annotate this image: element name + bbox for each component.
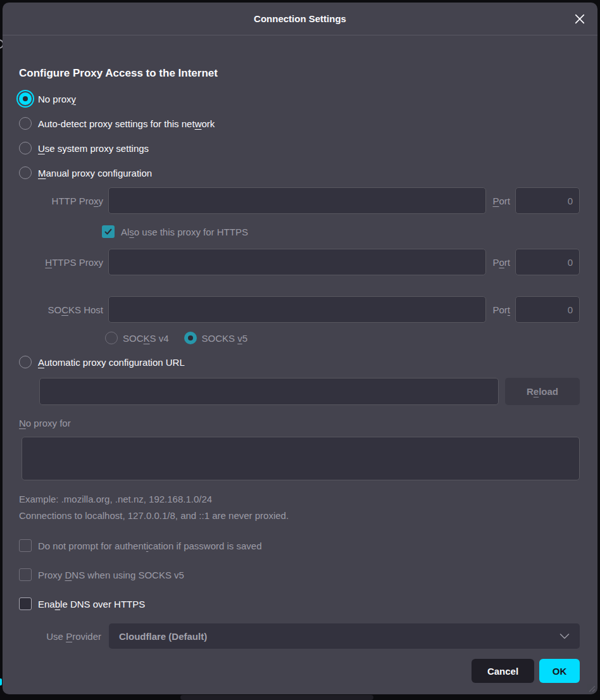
radio-label-socks-v5: SOCKS v5 [202,333,248,344]
doh-provider-label: Use Provider [19,631,101,642]
radio-label-system-proxy: Use system proxy settings [38,143,149,154]
section-heading: Configure Proxy Access to the Internet [19,67,580,80]
check-icon [104,227,113,236]
resize-grip-icon[interactable] [587,684,596,692]
checkbox-icon-enable-doh[interactable] [19,597,32,610]
background-accent-sliver [0,678,2,685]
close-button[interactable] [570,9,590,29]
proxy-dns-checkbox-row[interactable]: Proxy DNS when using SOCKS v5 [19,566,580,583]
dialog-titlebar: Connection Settings [3,3,597,35]
radio-row-auto-url[interactable]: Automatic proxy configuration URL [19,354,580,370]
radio-label-auto-detect: Auto-detect proxy settings for this netw… [38,118,215,129]
background-element [180,695,373,700]
https-port-input[interactable] [515,249,580,275]
no-proxy-note-text: Connections to localhost, 127.0.0.1/8, a… [19,508,580,522]
enable-doh-label: Enable DNS over HTTPS [38,599,145,609]
https-proxy-input[interactable] [108,249,486,275]
socks-host-input[interactable] [108,296,486,323]
http-port-label: Port [492,196,510,206]
doh-provider-selected-value: Cloudflare (Default) [119,631,559,642]
socks-port-label: Port [492,304,510,315]
radio-row-system-proxy[interactable]: Use system proxy settings [19,140,580,156]
socks-host-row: SOCKS Host Port [19,296,580,323]
radio-label-auto-url: Automatic proxy configuration URL [38,357,185,368]
checkbox-icon-proxy-dns[interactable] [19,568,32,581]
https-proxy-label: HTTPS Proxy [19,257,103,268]
socks-port-input[interactable] [515,296,580,323]
enable-doh-checkbox-row[interactable]: Enable DNS over HTTPS [19,596,580,612]
radio-icon-system-proxy[interactable] [19,142,32,154]
auto-url-input[interactable] [39,378,499,405]
dialog-footer: Cancel OK [19,659,580,683]
http-proxy-row: HTTP Proxy Port [19,187,580,214]
share-proxy-checkbox-row[interactable]: Also use this proxy for HTTPS [102,223,580,240]
radio-row-no-proxy[interactable]: No proxy [19,91,580,107]
https-proxy-row: HTTPS Proxy Port [19,249,580,275]
no-auth-prompt-label: Do not prompt for authentication if pass… [38,541,262,551]
no-proxy-for-label: No proxy for [19,418,580,432]
radio-icon-socks-v4[interactable] [105,332,118,344]
radio-icon-socks-v5[interactable] [184,332,197,344]
no-auth-prompt-checkbox-row[interactable]: Do not prompt for authentication if pass… [19,537,580,554]
http-port-input[interactable] [515,187,580,214]
screen: { "dialog": { "title": "Connection Setti… [0,0,600,700]
radio-label-manual-proxy: Manual proxy configuration [38,168,152,178]
radio-label-no-proxy: No proxy [38,94,76,104]
radio-row-auto-detect[interactable]: Auto-detect proxy settings for this netw… [19,115,580,132]
checkbox-icon-no-auth-prompt[interactable] [19,539,32,552]
socks-version-row: SOCKS v4 SOCKS v5 [105,330,580,346]
ok-button[interactable]: OK [539,659,580,683]
no-proxy-for-textarea[interactable] [22,437,580,480]
connection-settings-dialog: Connection Settings Configure Proxy Acce… [3,3,597,694]
dialog-content: Configure Proxy Access to the Internet N… [3,67,597,683]
checkbox-icon-share-proxy[interactable] [102,225,115,238]
doh-provider-dropdown[interactable]: Cloudflare (Default) [109,623,580,649]
dialog-title: Connection Settings [254,13,346,24]
radio-label-socks-v4: SOCKS v4 [123,333,169,344]
auto-url-input-row: Reload [19,378,580,405]
no-proxy-example-text: Example: .mozilla.org, .net.nz, 192.168.… [19,492,580,506]
radio-icon-auto-url[interactable] [19,356,32,368]
cancel-button[interactable]: Cancel [472,659,534,683]
chevron-down-icon [559,634,570,639]
proxy-dns-label: Proxy DNS when using SOCKS v5 [38,570,184,580]
socks-host-label: SOCKS Host [19,304,103,315]
radio-icon-manual-proxy[interactable] [19,166,32,179]
radio-icon-no-proxy[interactable] [19,92,32,105]
http-proxy-label: HTTP Proxy [19,196,103,206]
reload-button[interactable]: Reload [505,378,580,405]
doh-provider-row: Use Provider Cloudflare (Default) [19,623,580,649]
radio-row-manual-proxy[interactable]: Manual proxy configuration [19,165,580,181]
http-proxy-input[interactable] [108,187,486,214]
radio-icon-auto-detect[interactable] [19,117,32,130]
close-icon [575,14,585,24]
share-proxy-label: Also use this proxy for HTTPS [121,227,248,237]
https-port-label: Port [492,257,510,268]
